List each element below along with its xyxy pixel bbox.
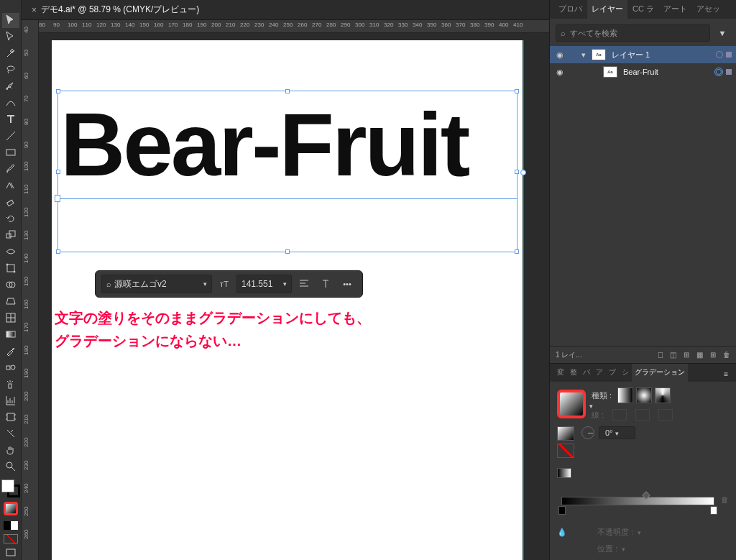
more-options-button[interactable]: ••• [338, 275, 356, 293]
tab-symbols[interactable]: シ [619, 364, 632, 382]
graph-tool[interactable] [2, 393, 19, 408]
color-mode[interactable] [4, 521, 18, 529]
new-layer-icon[interactable]: ▦ [696, 351, 703, 359]
reverse-gradient-button[interactable] [557, 468, 571, 478]
lasso-tool[interactable] [2, 63, 19, 78]
visibility-toggle[interactable]: ◉ [554, 68, 566, 77]
pen-tool[interactable] [2, 79, 19, 94]
scale-tool[interactable] [2, 228, 19, 243]
text-in-port[interactable] [55, 195, 60, 202]
gradient-stop-right[interactable] [710, 506, 717, 515]
character-panel-button[interactable] [316, 275, 335, 293]
gradient-indicator[interactable] [4, 502, 18, 515]
layer-name[interactable]: Bear-Fruit [620, 68, 712, 76]
rectangle-tool[interactable] [2, 145, 19, 160]
stroke-gradient-across[interactable] [658, 409, 673, 421]
rotate-tool[interactable] [2, 211, 19, 226]
linear-gradient-button[interactable] [617, 387, 633, 403]
tab-close-icon[interactable]: × [32, 5, 37, 15]
magic-wand-tool[interactable] [2, 46, 19, 61]
new-sublayer-icon[interactable]: ⊞ [684, 351, 689, 359]
gradient-fill-swatch[interactable] [557, 426, 574, 441]
layer-search-input[interactable]: ⌕ すべてを検索 [556, 24, 710, 42]
gradient-slider[interactable]: 🗑 [557, 488, 729, 517]
shape-builder-tool[interactable] [2, 277, 19, 293]
font-family-field[interactable]: ⌕ ▾ [101, 275, 212, 293]
tab-transform[interactable]: 変 [554, 364, 567, 382]
chevron-down-icon[interactable]: ▾ [589, 403, 593, 410]
tab-gradient[interactable]: グラデーション [632, 364, 688, 382]
artwork-text[interactable]: Bear-Fruit [60, 99, 468, 189]
visibility-toggle[interactable]: ◉ [554, 50, 566, 60]
zoom-tool[interactable] [2, 459, 19, 474]
radial-gradient-button[interactable] [636, 387, 652, 403]
font-family-input[interactable] [114, 279, 201, 289]
freeform-gradient-button[interactable] [655, 387, 671, 403]
locate-object-icon[interactable]: ⎕ [658, 351, 663, 359]
vertical-ruler[interactable]: 4050607080901001101201301401501601701801… [22, 20, 39, 560]
layer-row[interactable]: ◉ ▾ Aa レイヤー 1 [550, 46, 736, 63]
width-tool[interactable] [2, 244, 19, 260]
layer-name[interactable]: レイヤー 1 [609, 50, 713, 60]
gradient-preview[interactable]: ▾ [557, 390, 586, 418]
hand-tool[interactable] [2, 442, 19, 457]
tab-properties[interactable]: プロパ [554, 0, 586, 19]
panel-menu-icon[interactable]: ≡ [720, 367, 732, 382]
screen-mode[interactable] [2, 545, 19, 560]
blend-tool[interactable] [2, 359, 19, 375]
type-tool[interactable] [2, 112, 19, 127]
paragraph-align-button[interactable] [295, 275, 313, 293]
curvature-tool[interactable] [2, 96, 19, 111]
font-size-field[interactable]: ▾ [236, 275, 292, 293]
tab-align[interactable]: 整 [567, 364, 580, 382]
shaper-tool[interactable] [2, 178, 19, 193]
artboard-tool[interactable] [2, 409, 19, 424]
symbol-sprayer-tool[interactable] [2, 376, 19, 391]
slice-tool[interactable] [2, 426, 19, 441]
document-tab[interactable]: × デモ4.ai* @ 58.79 % (CMYK/プレビュー) [24, 1, 206, 19]
font-size-input[interactable] [242, 279, 280, 289]
tab-pathfinder[interactable]: パ [580, 364, 593, 382]
tools-panel [0, 0, 22, 560]
add-icon[interactable]: ⊞ [710, 351, 716, 359]
angle-dial[interactable] [581, 426, 594, 439]
direct-selection-tool[interactable] [2, 29, 19, 45]
line-tool[interactable] [2, 129, 19, 144]
stroke-gradient-within[interactable] [612, 409, 627, 421]
perspective-tool[interactable] [2, 293, 19, 308]
guide-line[interactable] [523, 40, 524, 560]
filter-icon[interactable]: ▼ [714, 29, 730, 37]
layer-row[interactable]: ◉ Aa Bear-Fruit [550, 63, 736, 81]
gradient-tool[interactable] [2, 326, 19, 341]
eyedropper-icon[interactable]: 💧 [557, 528, 570, 537]
tab-cc-libraries[interactable]: CC ラ [628, 0, 658, 19]
tab-layers[interactable]: レイヤー [587, 0, 627, 19]
eraser-tool[interactable] [2, 195, 19, 210]
gradient-stop-left[interactable] [558, 506, 566, 515]
none-mode[interactable] [4, 534, 18, 543]
chevron-down-icon[interactable]: ▾ [283, 280, 287, 288]
selection-tool[interactable] [2, 13, 19, 28]
stroke-gradient-along[interactable] [635, 409, 650, 421]
brush-tool[interactable] [2, 162, 19, 177]
angle-field[interactable]: 0° ▾ [599, 426, 635, 439]
tab-artboards[interactable]: アート [659, 0, 691, 19]
clipping-mask-icon[interactable]: ◫ [670, 351, 676, 359]
delete-stop-icon[interactable]: 🗑 [721, 495, 729, 504]
tab-appearance[interactable]: ア [593, 364, 606, 382]
eyedropper-tool[interactable] [2, 343, 19, 358]
target-icon[interactable] [716, 51, 723, 58]
target-icon[interactable] [714, 68, 723, 76]
mesh-tool[interactable] [2, 310, 19, 325]
tab-assets[interactable]: アセッ [692, 0, 724, 19]
fill-stroke-indicator[interactable] [1, 479, 20, 497]
tab-brushes[interactable]: ブ [606, 364, 619, 382]
chevron-down-icon[interactable]: ▾ [203, 280, 207, 288]
canvas[interactable]: Bear-Fruit ⌕ ▾ тT ▾ [39, 33, 549, 560]
text-out-port[interactable] [520, 170, 526, 175]
horizontal-ruler[interactable]: 8090100110120130140150160170180190200210… [39, 20, 549, 33]
delete-icon[interactable]: 🗑 [723, 351, 730, 359]
gradient-stroke-swatch[interactable] [557, 444, 574, 458]
disclosure-icon[interactable]: ▾ [581, 50, 589, 60]
free-transform-tool[interactable] [2, 261, 19, 276]
